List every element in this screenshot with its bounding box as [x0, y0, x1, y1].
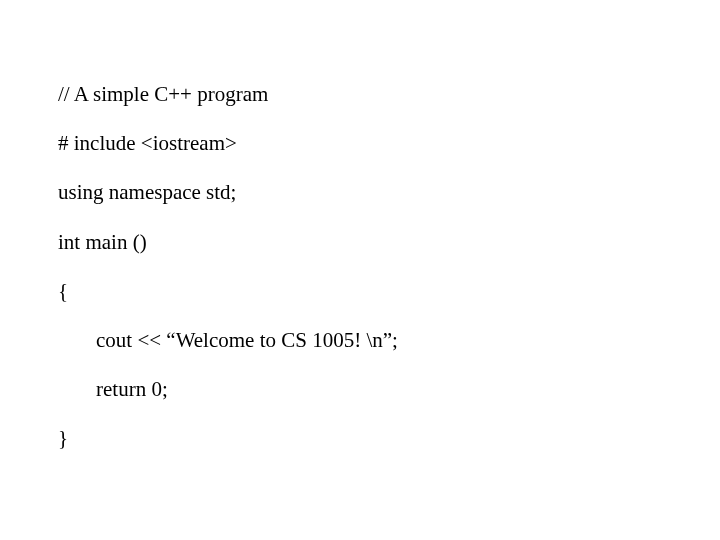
code-line-main: int main (): [58, 230, 720, 255]
code-line-comment: // A simple C++ program: [58, 82, 720, 107]
code-line-include: # include <iostream>: [58, 131, 720, 156]
code-line-using: using namespace std;: [58, 180, 720, 205]
code-line-open-brace: {: [58, 279, 720, 304]
code-line-return: return 0;: [58, 377, 720, 402]
code-line-cout: cout << “Welcome to CS 1005! \n”;: [58, 328, 720, 353]
code-line-close-brace: }: [58, 426, 720, 451]
